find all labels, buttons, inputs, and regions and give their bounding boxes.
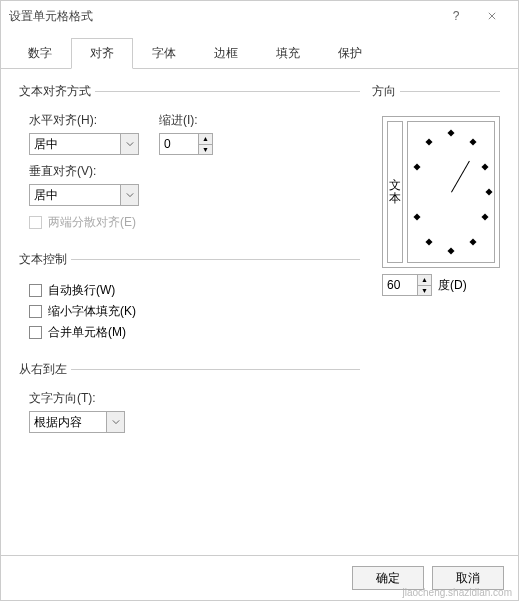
dialog-body: 文本对齐方式 水平对齐(H): 缩进(I): <box>1 69 518 555</box>
tab-fill[interactable]: 填充 <box>257 38 319 69</box>
checkbox-icon <box>29 305 42 318</box>
window-title: 设置单元格格式 <box>9 8 438 25</box>
left-column: 文本对齐方式 水平对齐(H): 缩进(I): <box>19 83 360 545</box>
group-text-alignment: 文本对齐方式 水平对齐(H): 缩进(I): <box>19 83 360 239</box>
tab-font[interactable]: 字体 <box>133 38 195 69</box>
group-orientation: 方向 文 本 <box>372 83 500 300</box>
checkbox-icon <box>29 326 42 339</box>
dialog-footer: 确定 取消 <box>1 555 518 600</box>
chevron-down-icon <box>126 191 134 199</box>
degree-down-button[interactable]: ▼ <box>418 285 432 297</box>
indent-down-button[interactable]: ▼ <box>199 144 213 156</box>
justify-distributed-label: 两端分散对齐(E) <box>48 214 136 231</box>
text-direction-label: 文字方向(T): <box>29 390 360 407</box>
indent-up-button[interactable]: ▲ <box>199 133 213 144</box>
wrap-text-check[interactable]: 自动换行(W) <box>29 282 360 299</box>
tab-border[interactable]: 边框 <box>195 38 257 69</box>
text-direction-dropdown-button[interactable] <box>107 411 125 433</box>
h-align-label: 水平对齐(H): <box>29 112 139 129</box>
group-text-control-label: 文本控制 <box>19 251 71 268</box>
indent-spinner[interactable]: ▲ ▼ <box>159 133 213 155</box>
help-button[interactable]: ? <box>438 1 474 31</box>
tab-number[interactable]: 数字 <box>9 38 71 69</box>
chevron-down-icon <box>126 140 134 148</box>
shrink-fit-label: 缩小字体填充(K) <box>48 303 136 320</box>
vertical-text-button[interactable]: 文 本 <box>387 121 403 263</box>
tab-alignment[interactable]: 对齐 <box>71 38 133 69</box>
checkbox-icon <box>29 216 42 229</box>
orientation-dial[interactable] <box>407 121 495 263</box>
titlebar: 设置单元格格式 ? <box>1 1 518 31</box>
degree-spinner[interactable]: ▲ ▼ <box>382 274 432 296</box>
dialog-window: 设置单元格格式 ? 数字 对齐 字体 边框 填充 保护 文本对齐方式 水平对齐(… <box>0 0 519 601</box>
right-column: 方向 文 本 <box>372 83 500 545</box>
v-align-input[interactable] <box>29 184 121 206</box>
tab-protection[interactable]: 保护 <box>319 38 381 69</box>
text-direction-combo[interactable] <box>29 411 125 433</box>
v-align-label: 垂直对齐(V): <box>29 163 360 180</box>
h-align-dropdown-button[interactable] <box>121 133 139 155</box>
justify-distributed-check: 两端分散对齐(E) <box>29 214 360 231</box>
indent-input[interactable] <box>159 133 199 155</box>
close-icon <box>488 12 496 20</box>
text-direction-input[interactable] <box>29 411 107 433</box>
degree-label: 度(D) <box>438 277 467 294</box>
group-rtl: 从右到左 文字方向(T): <box>19 361 360 437</box>
orientation-control[interactable]: 文 本 <box>382 116 500 268</box>
v-align-dropdown-button[interactable] <box>121 184 139 206</box>
chevron-down-icon <box>112 418 120 426</box>
degree-up-button[interactable]: ▲ <box>418 274 432 285</box>
close-button[interactable] <box>474 1 510 31</box>
ok-button[interactable]: 确定 <box>352 566 424 590</box>
wrap-text-label: 自动换行(W) <box>48 282 115 299</box>
group-orientation-label: 方向 <box>372 83 400 100</box>
shrink-fit-check[interactable]: 缩小字体填充(K) <box>29 303 360 320</box>
merge-cells-check[interactable]: 合并单元格(M) <box>29 324 360 341</box>
group-text-control: 文本控制 自动换行(W) 缩小字体填充(K) 合并单元格(M) <box>19 251 360 349</box>
checkbox-icon <box>29 284 42 297</box>
h-align-input[interactable] <box>29 133 121 155</box>
group-text-alignment-label: 文本对齐方式 <box>19 83 95 100</box>
dial-line <box>451 161 470 193</box>
v-align-combo[interactable] <box>29 184 139 206</box>
tabstrip: 数字 对齐 字体 边框 填充 保护 <box>1 37 518 69</box>
degree-input[interactable] <box>382 274 418 296</box>
cancel-button[interactable]: 取消 <box>432 566 504 590</box>
h-align-combo[interactable] <box>29 133 139 155</box>
merge-cells-label: 合并单元格(M) <box>48 324 126 341</box>
indent-label: 缩进(I): <box>159 112 213 129</box>
group-rtl-label: 从右到左 <box>19 361 71 378</box>
